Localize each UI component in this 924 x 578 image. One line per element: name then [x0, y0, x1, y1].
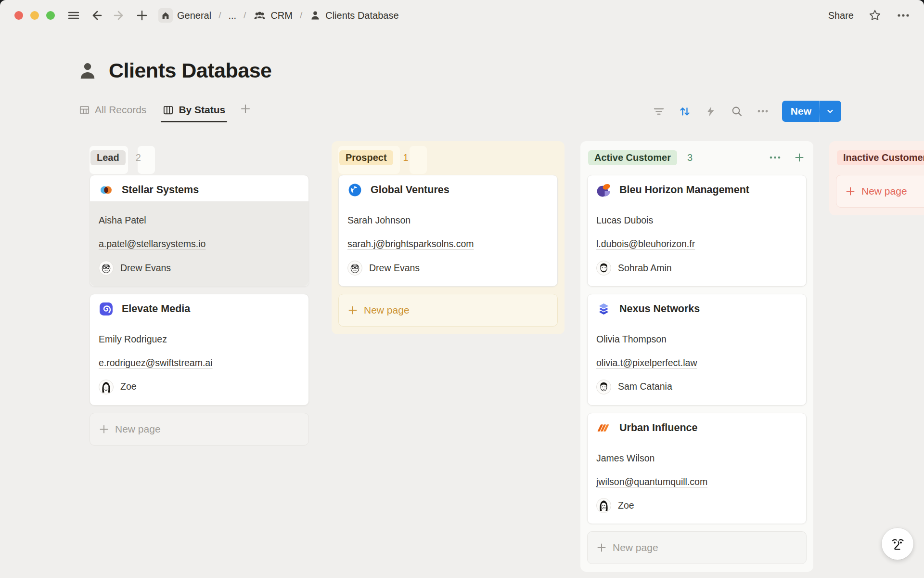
tab-by-status[interactable]: By Status — [161, 104, 227, 122]
client-card-nexus-networks[interactable]: Nexus Networks Olivia Thompson olivia.t@… — [587, 294, 807, 406]
card-owner-name: Drew Evans — [369, 263, 420, 274]
plus-icon — [347, 305, 358, 315]
avatar-zoe — [99, 380, 114, 394]
new-page-button-lead[interactable]: New page — [90, 413, 309, 446]
client-card-elevate-media[interactable]: Elevate Media Emily Rodriguez e.rodrigue… — [90, 294, 309, 406]
client-card-global-ventures[interactable]: Global Ventures Sarah Johnson sarah.j@br… — [338, 175, 558, 287]
notion-ai-face-icon — [888, 534, 907, 553]
new-tab-plus-icon[interactable] — [136, 9, 148, 22]
new-page-button-inactive-customer[interactable]: New page — [836, 175, 924, 208]
breadcrumb-separator: / — [300, 10, 302, 21]
column-add-card-icon[interactable] — [793, 151, 806, 164]
column-status-chip-prospect[interactable]: Prospect — [339, 150, 393, 165]
new-page-button-prospect[interactable]: New page — [338, 294, 558, 327]
people-icon — [253, 10, 266, 21]
sort-icon[interactable] — [675, 102, 694, 121]
card-contact-name: Lucas Dubois — [596, 215, 797, 226]
column-header: Active Customer3 — [587, 148, 807, 167]
client-card-bleu-horizon-management[interactable]: Bleu Horizon Management Lucas Dubois l.d… — [587, 175, 807, 287]
column-header: Lead2 — [90, 148, 309, 167]
breadcrumb-separator: / — [218, 10, 221, 21]
company-logo-elevate — [99, 302, 114, 316]
card-contact-name: Aisha Patel — [99, 215, 300, 226]
company-logo-nexus — [596, 302, 611, 316]
person-icon — [309, 10, 321, 21]
breadcrumb-item-ellipsis[interactable]: ... — [226, 9, 239, 23]
card-owner: Sohrab Amin — [596, 261, 797, 276]
filter-icon[interactable] — [649, 102, 668, 121]
column-status-chip-active-customer[interactable]: Active Customer — [588, 150, 677, 165]
breadcrumb-label: CRM — [270, 10, 293, 21]
card-email[interactable]: e.rodriguez@swiftstream.ai — [99, 357, 300, 368]
avatar-zoe — [596, 498, 611, 513]
column-card-count: 3 — [687, 152, 693, 163]
card-owner: Sam Catania — [596, 380, 797, 394]
page-icon-person[interactable] — [77, 60, 98, 81]
card-contact-name: Sarah Johnson — [347, 215, 549, 226]
card-company-name: Urban Influence — [619, 422, 697, 434]
client-card-urban-influence[interactable]: Urban Influence James Wilson jwilson@qua… — [587, 413, 807, 525]
share-button[interactable]: Share — [828, 10, 854, 21]
view-more-icon[interactable] — [753, 102, 772, 121]
automation-lightning-icon[interactable] — [701, 102, 720, 121]
client-card-stellar-systems[interactable]: Stellar Systems Aisha Patel a.patel@stel… — [90, 175, 309, 287]
board-column-active-customer: Active Customer3 Bleu Horizon Management… — [580, 141, 813, 572]
card-owner: Zoe — [99, 380, 300, 394]
new-page-button-active-customer[interactable]: New page — [587, 531, 807, 564]
company-logo-global — [347, 183, 362, 197]
add-view-button[interactable] — [240, 103, 251, 123]
breadcrumb-label: Clients Database — [325, 10, 398, 21]
card-email[interactable]: a.patel@stellarsystems.io — [99, 238, 300, 250]
company-logo-urban — [596, 420, 611, 435]
card-email[interactable]: jwilson@quantumquill.com — [596, 476, 797, 487]
plus-icon — [845, 186, 856, 197]
more-options-icon[interactable] — [896, 9, 911, 22]
card-email[interactable]: l.dubois@bleuhorizon.fr — [596, 238, 797, 250]
traffic-lights — [14, 11, 55, 20]
new-button-chevron-down-icon[interactable] — [819, 101, 841, 122]
board-column-inactive-customer: Inactive CustomerNew page — [829, 141, 924, 215]
new-button-label[interactable]: New — [782, 101, 819, 122]
view-tabs-bar: All Records By Status — [0, 101, 924, 126]
column-card-count: 1 — [403, 152, 409, 163]
home-icon — [158, 8, 173, 23]
breadcrumb: General / ... / CRM / Clients Database — [156, 7, 401, 24]
column-header-ghost — [410, 146, 427, 174]
card-company-name: Elevate Media — [122, 303, 190, 315]
column-more-icon[interactable] — [768, 151, 783, 164]
card-owner-name: Drew Evans — [120, 263, 171, 274]
breadcrumb-item-general[interactable]: General — [156, 7, 214, 24]
notion-ai-button[interactable] — [882, 528, 913, 560]
back-icon[interactable] — [90, 9, 103, 22]
sidebar-menu-icon[interactable] — [67, 9, 80, 22]
close-window-button[interactable] — [14, 11, 23, 20]
column-status-chip-inactive-customer[interactable]: Inactive Customer — [837, 150, 924, 165]
card-company-name: Bleu Horizon Management — [619, 184, 749, 196]
column-header: Inactive Customer — [836, 148, 924, 167]
card-email[interactable]: olivia.t@pixelperfect.law — [596, 357, 797, 368]
minimize-window-button[interactable] — [30, 11, 39, 20]
avatar-drew — [99, 261, 114, 276]
window-titlebar: General / ... / CRM / Clients Database S… — [0, 0, 924, 31]
card-email[interactable]: sarah.j@brightsparksolns.com — [347, 238, 549, 250]
column-status-chip-lead[interactable]: Lead — [90, 150, 126, 165]
tab-all-records[interactable]: All Records — [77, 104, 148, 122]
card-company-name: Nexus Networks — [619, 303, 700, 315]
tab-label: All Records — [95, 104, 146, 116]
breadcrumb-item-clients-database[interactable]: Clients Database — [307, 8, 401, 23]
breadcrumb-item-crm[interactable]: CRM — [251, 8, 295, 23]
page-header: Clients Database — [0, 59, 924, 82]
new-page-label: New page — [364, 304, 410, 316]
avatar-sam — [596, 380, 611, 394]
view-toolbar: New — [649, 101, 841, 126]
breadcrumb-separator: / — [244, 10, 246, 21]
column-header: Prospect1 — [338, 148, 558, 167]
zoom-window-button[interactable] — [46, 11, 55, 20]
plus-icon — [99, 424, 109, 434]
card-owner-name: Zoe — [618, 500, 634, 511]
card-owner: Drew Evans — [347, 261, 549, 276]
new-record-button[interactable]: New — [782, 101, 841, 122]
favorite-star-icon[interactable] — [868, 9, 882, 22]
forward-icon[interactable] — [113, 9, 126, 22]
search-icon[interactable] — [727, 102, 746, 121]
